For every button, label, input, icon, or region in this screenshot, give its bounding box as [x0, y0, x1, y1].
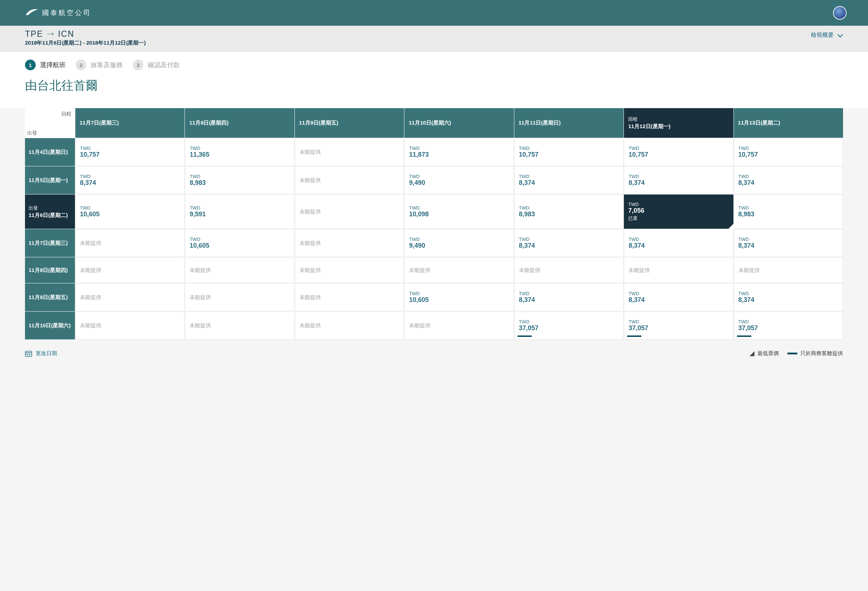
fare-cell[interactable]: TWD8,374 [514, 166, 623, 194]
top-bar: 國泰航空公司 [0, 0, 868, 26]
matrix-corner-return-label: 回程出發 [25, 108, 75, 138]
return-date-header[interactable]: 11月13日(星期二) [734, 108, 843, 138]
return-date-header[interactable]: 11月9日(星期五) [295, 108, 404, 138]
currency-label: TWD [519, 236, 619, 242]
price-value: 9,490 [409, 179, 509, 187]
na-text: 未能提供 [409, 267, 509, 274]
legend-business-only: 只於商務客艙提供 [787, 350, 843, 357]
fare-cell[interactable]: TWD37,057 [624, 312, 733, 340]
fare-cell[interactable]: TWD8,983 [734, 195, 843, 229]
currency-label: TWD [629, 236, 728, 242]
oneworld-alliance-icon[interactable] [833, 6, 847, 20]
currency-label: TWD [738, 205, 838, 211]
currency-label: TWD [80, 146, 180, 151]
fare-cell[interactable]: TWD37,057 [514, 312, 623, 340]
currency-label: TWD [519, 319, 619, 324]
currency-label: TWD [409, 205, 509, 211]
fare-cell[interactable]: TWD8,374 [624, 284, 733, 311]
fare-cell[interactable]: TWD10,605 [404, 284, 514, 311]
return-date-header[interactable]: 11月10日(星期六) [404, 108, 514, 138]
fare-cell[interactable]: TWD8,983 [514, 195, 623, 229]
fare-cell[interactable]: TWD8,374 [624, 166, 733, 194]
price-value: 10,098 [409, 211, 509, 218]
fare-cell-selected[interactable]: TWD7,056已選 [624, 195, 733, 229]
fare-cell[interactable]: TWD8,374 [624, 229, 733, 257]
brand-brushwing-icon [25, 7, 38, 19]
depart-date-header[interactable]: 11月5日(星期一) [25, 166, 75, 194]
depart-date-header[interactable]: 11月7日(星期三) [25, 229, 75, 257]
fare-cell[interactable]: TWD8,374 [75, 166, 185, 194]
fare-cell[interactable]: TWD9,591 [185, 195, 294, 229]
fare-cell[interactable]: TWD8,374 [734, 166, 843, 194]
fare-cell[interactable]: TWD11,873 [404, 138, 514, 166]
fare-cell[interactable]: TWD10,757 [75, 138, 185, 166]
step-2[interactable]: 2旅客及服務 [76, 60, 123, 70]
depart-date-header[interactable]: 11月10日(星期六) [25, 312, 75, 340]
return-date-header[interactable]: 回程11月12日(星期一) [624, 108, 733, 138]
fare-cell[interactable]: TWD8,374 [734, 284, 843, 311]
view-overview-label: 檢視概要 [811, 31, 834, 39]
fare-cell[interactable]: TWD37,057 [734, 312, 843, 340]
na-text: 未能提供 [519, 267, 619, 274]
step-number: 2 [76, 60, 86, 70]
return-date-label: 11月8日(星期四) [189, 120, 290, 126]
fare-cell[interactable]: TWD10,605 [185, 229, 294, 257]
currency-label: TWD [519, 174, 619, 179]
currency-label: TWD [409, 291, 509, 296]
fare-cell-unavailable: 未能提供 [404, 312, 514, 340]
currency-label: TWD [629, 319, 728, 324]
price-value: 8,983 [519, 211, 619, 218]
price-value: 9,591 [189, 211, 289, 218]
route-destination: ICN [58, 29, 75, 39]
page-title: 由台北往首爾 [0, 70, 868, 108]
step-label: 確認及付款 [148, 61, 180, 69]
chevron-down-icon [837, 32, 843, 38]
currency-label: TWD [189, 174, 289, 179]
depart-date-label: 11月9日(星期五) [28, 294, 71, 301]
na-text: 未能提供 [300, 177, 399, 184]
change-date-link[interactable]: 更改日期 [25, 350, 57, 357]
depart-date-label: 11月7日(星期三) [28, 240, 71, 247]
price-value: 10,757 [738, 151, 838, 158]
fare-cell[interactable]: TWD8,374 [514, 229, 623, 257]
fare-cell[interactable]: TWD8,983 [185, 166, 294, 194]
fare-cell[interactable]: TWD9,490 [404, 166, 514, 194]
fare-cell[interactable]: TWD10,757 [514, 138, 623, 166]
fare-cell[interactable]: TWD8,374 [514, 284, 623, 311]
return-prefix: 回程 [628, 116, 729, 123]
return-date-label: 11月9日(星期五) [299, 120, 400, 126]
fare-cell[interactable]: TWD10,098 [404, 195, 514, 229]
depart-date-header[interactable]: 11月4日(星期日) [25, 138, 75, 166]
fare-cell[interactable]: TWD8,374 [734, 229, 843, 257]
price-value: 37,057 [629, 324, 728, 332]
brand[interactable]: 國泰航空公司 [25, 7, 92, 19]
fare-cell-unavailable: 未能提供 [295, 284, 404, 311]
fare-cell[interactable]: TWD10,757 [734, 138, 843, 166]
price-value: 8,374 [519, 242, 619, 250]
fare-cell[interactable]: TWD10,605 [75, 195, 185, 229]
fare-cell[interactable]: TWD9,490 [404, 229, 514, 257]
na-text: 未能提供 [300, 208, 399, 215]
return-date-header[interactable]: 11月8日(星期四) [185, 108, 294, 138]
na-text: 未能提供 [738, 267, 838, 274]
depart-date-header[interactable]: 出發11月6日(星期二) [25, 195, 75, 229]
view-overview-toggle[interactable]: 檢視概要 [811, 31, 843, 39]
price-value: 9,490 [409, 242, 509, 250]
fare-cell-unavailable: 未能提供 [185, 257, 294, 283]
depart-date-header[interactable]: 11月8日(星期四) [25, 257, 75, 283]
fare-cell[interactable]: TWD10,757 [624, 138, 733, 166]
fare-cell-unavailable: 未能提供 [734, 257, 843, 283]
price-value: 11,873 [409, 151, 509, 158]
return-date-header[interactable]: 11月11日(星期日) [514, 108, 623, 138]
price-value: 8,374 [519, 296, 619, 304]
route-origin: TPE [25, 29, 43, 39]
depart-date-header[interactable]: 11月9日(星期五) [25, 284, 75, 311]
depart-date-label: 11月8日(星期四) [28, 267, 71, 274]
fare-cell-unavailable: 未能提供 [75, 229, 185, 257]
currency-label: TWD [738, 319, 838, 324]
fare-cell[interactable]: TWD11,365 [185, 138, 294, 166]
currency-label: TWD [519, 205, 619, 211]
route-dates: 2018年11月6日(星期二) - 2018年11月12日(星期一) [25, 40, 146, 46]
step-3[interactable]: 3確認及付款 [133, 60, 180, 70]
return-date-header[interactable]: 11月7日(星期三) [75, 108, 185, 138]
